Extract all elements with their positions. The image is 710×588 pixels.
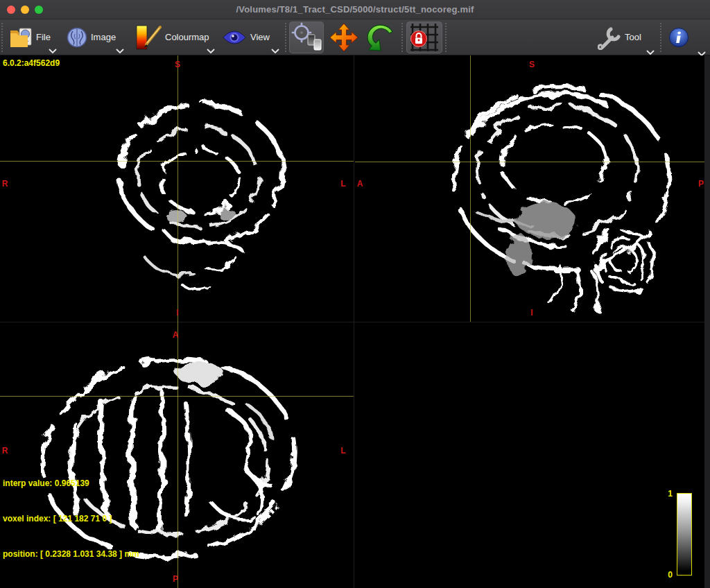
- sagittal-slice-image: [355, 55, 710, 322]
- info-menu-button[interactable]: [667, 19, 709, 55]
- sagittal-crosshair-vertical: [470, 55, 471, 322]
- brain-icon: [67, 27, 87, 51]
- voxel-index-line: voxel index: [ 121 182 71 0 ]: [3, 513, 139, 525]
- focus-mode-button[interactable]: [289, 19, 324, 55]
- coronal-slice-image: [0, 55, 354, 322]
- orientation-label-left: L: [340, 179, 345, 189]
- colourmap-menu-label: Colourmap: [165, 32, 209, 42]
- close-button[interactable]: [7, 6, 15, 14]
- orientation-label-anterior: A: [173, 330, 179, 340]
- snap-lock-button[interactable]: [406, 19, 442, 55]
- axial-crosshair-horizontal: [0, 396, 354, 397]
- status-readout: interp value: 0.965139 voxel index: [ 12…: [3, 454, 139, 584]
- titlebar: /Volumes/T8/1_Tract_CSD/5000/struct/5tt_…: [0, 0, 710, 19]
- orientation-label-left: L: [340, 446, 345, 456]
- wrench-icon: [598, 26, 621, 53]
- orientation-label-inferior: I: [176, 308, 178, 318]
- view-menu-label: View: [250, 32, 270, 42]
- info-icon: [668, 27, 689, 51]
- colorbar: [677, 493, 692, 576]
- crosshair-icon: [291, 22, 323, 55]
- toolbar-separator: [445, 23, 447, 52]
- toolbar-separator: [1, 23, 3, 52]
- toolbar-separator: [285, 23, 286, 52]
- orientation-label-superior: S: [175, 60, 180, 69]
- file-menu-button[interactable]: File: [4, 19, 65, 55]
- toolbar-separator: [401, 23, 403, 52]
- tool-menu-label: Tool: [625, 32, 641, 42]
- view-menu-button[interactable]: View: [221, 19, 282, 55]
- move-arrows-icon: [329, 22, 359, 55]
- view-coronal[interactable]: [0, 55, 354, 322]
- colourmap-icon: [136, 25, 162, 53]
- toolbar: File Image: [0, 19, 710, 55]
- window-title: /Volumes/T8/1_Tract_CSD/5000/struct/5tt_…: [236, 4, 474, 15]
- image-menu-label: Image: [91, 32, 116, 42]
- interp-value-line: interp value: 0.965139: [3, 478, 139, 490]
- file-menu-label: File: [36, 32, 51, 42]
- axial-crosshair-vertical: [178, 322, 178, 588]
- colorbar-max-label: 1: [661, 489, 673, 499]
- eye-icon: [223, 30, 246, 48]
- window-edge: [704, 55, 710, 588]
- coronal-crosshair-vertical: [178, 55, 178, 322]
- viewport: S R L I S A P I A R L P 6.0.2:a4f562d9 i…: [0, 55, 710, 588]
- minimize-button[interactable]: [21, 6, 29, 14]
- folder-icon: [9, 25, 33, 53]
- coronal-crosshair-horizontal: [0, 161, 354, 162]
- horizontal-divider: [0, 322, 710, 322]
- toolbar-separator: [660, 23, 661, 52]
- orientation-label-inferior: I: [530, 308, 532, 318]
- image-menu-button[interactable]: Image: [64, 19, 127, 55]
- orientation-label-superior: S: [529, 60, 535, 69]
- rotate-arrow-icon: [366, 23, 397, 55]
- colourmap-menu-button[interactable]: Colourmap: [133, 19, 218, 55]
- sagittal-crosshair-horizontal: [355, 162, 704, 162]
- pan-mode-button[interactable]: [326, 19, 362, 55]
- rotate-mode-button[interactable]: [363, 19, 399, 55]
- view-sagittal[interactable]: [355, 55, 710, 322]
- position-line: position: [ 0.2328 1.031 34.38 ] mm: [3, 548, 139, 560]
- orientation-label-posterior: P: [173, 574, 178, 584]
- orientation-label-right: R: [2, 179, 8, 189]
- orientation-label-anterior: A: [357, 179, 363, 189]
- orientation-label-posterior: P: [698, 179, 704, 189]
- colorbar-min-label: 0: [661, 570, 673, 580]
- tool-menu-button[interactable]: Tool: [595, 19, 659, 55]
- mrview-window: /Volumes/T8/1_Tract_CSD/5000/struct/5tt_…: [0, 0, 710, 588]
- grid-lock-icon: [408, 21, 440, 56]
- zoom-button[interactable]: [35, 6, 43, 14]
- version-text: 6.0.2:a4f562d9: [3, 58, 60, 68]
